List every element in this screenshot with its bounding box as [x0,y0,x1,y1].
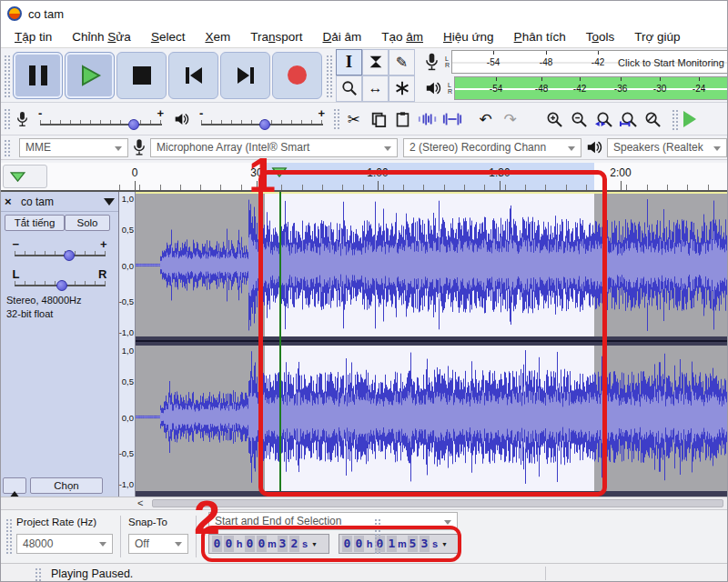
zoom-fit-icon [619,111,638,128]
slider-thumb[interactable] [259,119,270,130]
playback-volume-slider[interactable]: - + [199,109,325,129]
menu-item-xem[interactable]: Xem [195,27,240,46]
track-menu-icon[interactable] [104,198,115,206]
timeline-ruler[interactable]: 0301:001:302:00 [1,163,728,192]
vertical-ruler-label: -1,0 [119,327,134,337]
playback-meter[interactable]: LR -54-48-42-36-30-24 [420,76,728,101]
timeline-pin-button[interactable] [3,165,47,188]
stop-button[interactable] [116,52,167,99]
copy-button[interactable] [366,107,390,132]
envelope-tool-button[interactable] [362,49,389,75]
menu-item-tạo-âm[interactable]: Tạo âm [371,27,433,46]
toolbar-grip[interactable] [332,107,339,131]
toolbar-grip[interactable] [3,138,10,156]
toolbar-grip[interactable] [373,517,380,556]
meter-tick-label: -42 [592,57,604,67]
toolbar-grip[interactable] [325,54,332,97]
redo-button[interactable]: ↷ [498,107,522,132]
recording-channels-select[interactable]: 2 (Stereo) Recording Chann [403,138,581,157]
paste-button[interactable] [390,107,415,132]
playback-device-select[interactable]: Speakers (Realtek [607,138,727,157]
select-track-button[interactable]: Chọn [30,477,103,494]
skip-to-start-button[interactable] [168,52,218,99]
track-title[interactable]: co tam [21,196,100,208]
meter-tick-label: -54 [490,84,502,94]
undo-button[interactable]: ↶ [473,107,498,132]
selection-start-field[interactable]: 00h00m32s▼ [208,534,329,554]
draw-tool-button[interactable]: ✎ [389,49,415,75]
timefield-dropdown-icon[interactable]: ▼ [441,541,448,547]
audio-host-select[interactable]: MME [19,138,128,157]
play-button[interactable] [65,52,115,99]
solo-button[interactable]: Solo [65,215,110,231]
trim-audio-button[interactable] [415,107,440,132]
recording-volume-slider[interactable]: - + [38,109,164,129]
slider-thumb[interactable] [128,119,139,130]
multi-tool-button[interactable] [389,75,415,102]
timefield-dropdown-icon[interactable]: ▼ [311,541,318,547]
mute-button[interactable]: Tắt tiếng [5,215,65,231]
vertical-ruler-label: -0,5 [119,447,134,457]
project-rate-select[interactable]: 48000 [16,534,113,554]
recording-device-select[interactable]: Microphone Array (Intel® Smart [150,138,398,157]
vertical-ruler-label: -0,5 [119,296,134,306]
selection-tool-button[interactable]: I [336,49,362,75]
stereo-waveform[interactable] [136,192,728,497]
menu-item-tập-tin[interactable]: Tập tin [5,27,62,46]
zoom-selection-button[interactable] [592,107,616,132]
menu-item-hiệu-ứng[interactable]: Hiệu ứng [433,27,504,46]
menu-item-tools[interactable]: Tools [576,27,625,46]
menu-item-chỉnh-sửa[interactable]: Chỉnh Sửa [62,27,141,46]
plus-label: + [100,237,107,251]
vertical-ruler-label: 0,0 [122,260,134,270]
recording-meter[interactable]: LR -54-48-42Click to Start Monitoring [420,50,728,75]
input-device-mic-icon [133,138,146,156]
slider-thumb[interactable] [56,280,67,291]
menu-item-dải-âm[interactable]: Dải âm [312,27,371,46]
menu-item-select[interactable]: Select [141,27,196,46]
toolbar-grip[interactable] [3,54,10,97]
scissors-icon: ✂ [347,110,359,129]
zoom-out-button[interactable] [567,107,592,132]
snap-to-label: Snap-To [128,517,167,527]
cut-button[interactable]: ✂ [341,107,366,132]
recording-meter-bar[interactable]: -54-48-42Click to Start Monitoring [451,50,728,74]
toolbar-grip[interactable] [671,108,678,130]
scrollbar-thumb[interactable] [152,499,723,507]
meter-tick-label: -24 [693,84,705,94]
timeshift-tool-button[interactable]: ↔ [362,75,389,102]
zoom-fit-button[interactable] [616,107,641,132]
silence-audio-button[interactable] [440,107,464,132]
loop-pin-icon [10,172,25,182]
pause-button[interactable] [13,52,63,99]
pan-slider[interactable]: L R [13,270,107,290]
status-bar: Playing Paused. [1,563,728,582]
menu-bar: Tập tinChỉnh SửaSelectXemTransportDải âm… [1,26,728,48]
snap-to-select[interactable]: Off [128,534,188,554]
menu-item-trợ-giúp[interactable]: Trợ giúp [624,27,690,46]
slider-thumb[interactable] [64,250,75,261]
record-button[interactable] [272,52,322,99]
toolbar-grip[interactable] [3,107,10,131]
zoom-tool-button[interactable] [336,75,362,102]
selection-end-field[interactable]: 00h01m53s▼ [339,534,460,554]
close-track-button[interactable]: × [5,195,17,208]
clipboard-icon [395,111,410,127]
horizontal-scrollbar[interactable]: < [1,497,728,509]
playhead-marker-icon[interactable] [272,165,288,181]
play-at-speed-icon[interactable] [683,111,696,127]
zoom-toggle-button[interactable] [641,107,665,132]
zoom-in-button[interactable] [542,107,567,132]
gain-slider[interactable]: − + [13,240,107,260]
skip-to-end-button[interactable] [220,52,270,99]
vertical-ruler-label: 0,5 [122,225,134,235]
selection-mode-select[interactable]: Start and End of Selection [208,512,458,530]
menu-item-transport[interactable]: Transport [240,27,312,46]
scroll-left-arrow[interactable]: < [137,497,143,508]
audacity-window: co tam Tập tinChỉnh SửaSelectXemTranspor… [0,0,728,582]
collapse-track-button[interactable] [3,477,26,494]
statusbar-grip [34,567,41,581]
toolbar-grip[interactable] [5,517,12,556]
playback-meter-bar[interactable]: -54-48-42-36-30-24 [454,76,728,100]
menu-item-phân-tích[interactable]: Phân tích [504,27,576,46]
